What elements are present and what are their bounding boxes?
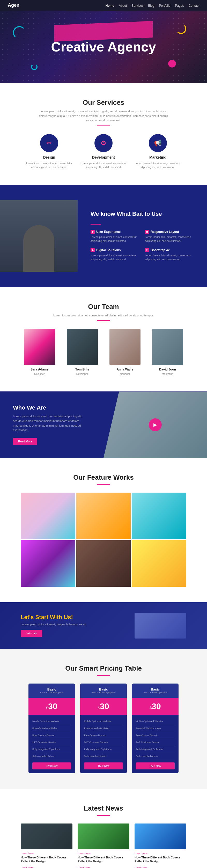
services-subtitle: Lorem ipsum dolor sit amet, consectetur …: [39, 109, 168, 123]
bait-section: We know What Bait to Use ◆User Experienc…: [0, 185, 207, 287]
plan-subtitle-2: Best and most popular: [84, 691, 123, 694]
pricing-btn-3[interactable]: Try It Now: [136, 763, 175, 769]
feature-works-divider: [97, 484, 110, 485]
feature-3-4: 24/7 Customer Service: [136, 740, 175, 746]
nav-item-services[interactable]: Services: [132, 3, 144, 8]
team-photo-anna: [110, 329, 141, 365]
team-card-david: David Joon Marketing: [149, 329, 186, 376]
nav-link-blog[interactable]: Blog: [148, 4, 154, 7]
work-item-1[interactable]: [21, 493, 75, 539]
feature-3-3: Free Custom Domain: [136, 733, 175, 739]
team-role-sara: Designer: [34, 373, 45, 375]
team-name-david: David Joon: [149, 368, 186, 371]
work-item-5[interactable]: [76, 540, 131, 587]
bait-image: [0, 200, 78, 272]
pricing-price-1: $30: [28, 698, 75, 715]
currency-2: $: [98, 706, 100, 710]
feature-2-2: Powerful Website Maker: [84, 726, 123, 732]
team-card-tom: Tom Bills Developer: [63, 329, 101, 376]
nav-item-contact[interactable]: Contact: [189, 3, 199, 8]
bait-feature-ux: ◆User Experience Lorem ipsum dolor sit a…: [91, 230, 140, 243]
news-grid: Lorem Ipsum How These Different Book Cov…: [21, 824, 186, 868]
service-name-marketing: Marketing: [135, 155, 181, 159]
whoweare-description: Lorem ipsum dolor sit amet, consectetur …: [13, 414, 85, 432]
cta-button[interactable]: Let's talk: [21, 630, 42, 637]
marketing-icon: 📢: [149, 134, 167, 152]
nav-item-pages[interactable]: Pages: [175, 3, 184, 8]
bait-feature-responsive: ▣Responsive Layout Lorem ipsum dolor sit…: [145, 230, 194, 243]
hero-circle-teal2: [31, 64, 37, 70]
nav-item-blog[interactable]: Blog: [148, 3, 154, 8]
service-desc-marketing: Lorem ipsum dolor sit amet, consectetur …: [135, 161, 181, 169]
plan-subtitle-3: Best and most popular: [136, 691, 175, 694]
nav-item-home[interactable]: Home: [106, 3, 114, 8]
news-readmore-3[interactable]: Read More: [135, 866, 147, 868]
work-item-4[interactable]: [21, 540, 75, 587]
feature-1-4: 24/7 Customer Service: [32, 740, 71, 746]
news-readmore-2[interactable]: Read More: [78, 866, 90, 868]
team-photo-tom: [67, 329, 98, 365]
feature-1-3: Free Custom Domain: [32, 733, 71, 739]
nav-link-contact[interactable]: Contact: [189, 4, 199, 7]
nav-link-pages[interactable]: Pages: [175, 4, 184, 7]
work-item-3[interactable]: [132, 493, 186, 539]
nav-item-about[interactable]: About: [119, 3, 127, 8]
team-title: Our Team: [21, 303, 186, 311]
pricing-btn-1[interactable]: Try It Now: [32, 763, 71, 769]
nav-item-portfolio[interactable]: Portfolio: [159, 3, 171, 8]
whoweare-readmore-button[interactable]: Read More: [13, 438, 37, 445]
bait-person: [0, 200, 78, 272]
whoweare-title: Who We Are: [13, 404, 91, 411]
work-item-6[interactable]: [132, 540, 186, 587]
news-readmore-1[interactable]: Read More: [21, 866, 33, 868]
pricing-price-3: $30: [132, 698, 179, 715]
ux-icon: ◆: [91, 230, 95, 234]
cta-image: [135, 613, 186, 639]
bait-content: We know What Bait to Use ◆User Experienc…: [78, 200, 207, 272]
service-card-design: ✏ Design Lorem ipsum dolor sit amet, con…: [26, 134, 72, 169]
bait-feature-bootstrap: ⬡Bootstrap 4x Lorem ipsum dolor sit amet…: [145, 248, 194, 261]
news-image-3: [135, 824, 186, 849]
feature-2-4: 24/7 Customer Service: [84, 740, 123, 746]
hero-circle-yellow: [176, 24, 186, 34]
bait-feature-digital-name: Digital Solutions: [96, 248, 121, 252]
pricing-btn-2[interactable]: Try It Now: [84, 763, 123, 769]
play-button[interactable]: ▶: [149, 418, 162, 431]
feature-3-6: Self-controlled Admin: [136, 754, 175, 760]
amount-1: 30: [48, 702, 57, 711]
news-section: Latest News Lorem Ipsum How These Differ…: [0, 789, 207, 868]
team-card-anna: Anna Walls Manager: [106, 329, 144, 376]
pricing-features-1: Mobile Optimized Website Powerful Websit…: [28, 715, 75, 773]
nav-link-services[interactable]: Services: [132, 4, 144, 7]
news-card-3: Lorem Ipsum How These Different Book Cov…: [135, 824, 186, 868]
pricing-header-2: Basic Best and most popular: [80, 684, 127, 698]
bait-feature-bootstrap-desc: Lorem ipsum dolor sit amet, consectetur …: [145, 253, 194, 261]
nav-link-about[interactable]: About: [119, 4, 127, 7]
hero-section: Creative Agency: [0, 10, 207, 83]
bait-feature-digital-desc: Lorem ipsum dolor sit amet, consectetur …: [91, 253, 140, 261]
feature-1-2: Powerful Website Maker: [32, 726, 71, 732]
bait-divider: [91, 224, 101, 224]
news-image-2: [78, 824, 129, 849]
team-name-anna: Anna Walls: [106, 368, 144, 371]
navbar: Agen Home About Services Blog Portfolio …: [0, 0, 207, 10]
cta-description: Lorem ipsum dolor sit amet, magna hubemu…: [21, 623, 127, 626]
team-role-anna: Manager: [120, 373, 130, 375]
nav-link-home[interactable]: Home: [106, 4, 114, 7]
pricing-grid: Basic Best and most popular $30 Mobile O…: [21, 684, 186, 773]
digital-icon: ◈: [91, 248, 95, 252]
team-divider: [97, 320, 110, 321]
pricing-card-1: Basic Best and most popular $30 Mobile O…: [28, 684, 75, 773]
team-role-david: Marketing: [162, 373, 173, 375]
nav-link-portfolio[interactable]: Portfolio: [159, 4, 171, 7]
team-section: Our Team Lorem ipsum dolor sit amet, con…: [0, 287, 207, 392]
work-item-2[interactable]: [76, 493, 131, 539]
pricing-section: Our Smart Pricing Table Basic Best and m…: [0, 649, 207, 789]
pricing-card-2: Basic Best and most popular $30 Mobile O…: [80, 684, 127, 773]
whoweare-section: Who We Are Lorem ipsum dolor sit amet, c…: [0, 392, 207, 458]
hero-circle-pink: [168, 60, 176, 67]
pricing-card-3: Basic Best and most popular $30 Mobile O…: [132, 684, 179, 773]
news-title: Latest News: [21, 804, 186, 812]
team-role-tom: Developer: [76, 373, 88, 375]
service-desc-design: Lorem ipsum dolor sit amet, consectetur …: [26, 161, 72, 169]
